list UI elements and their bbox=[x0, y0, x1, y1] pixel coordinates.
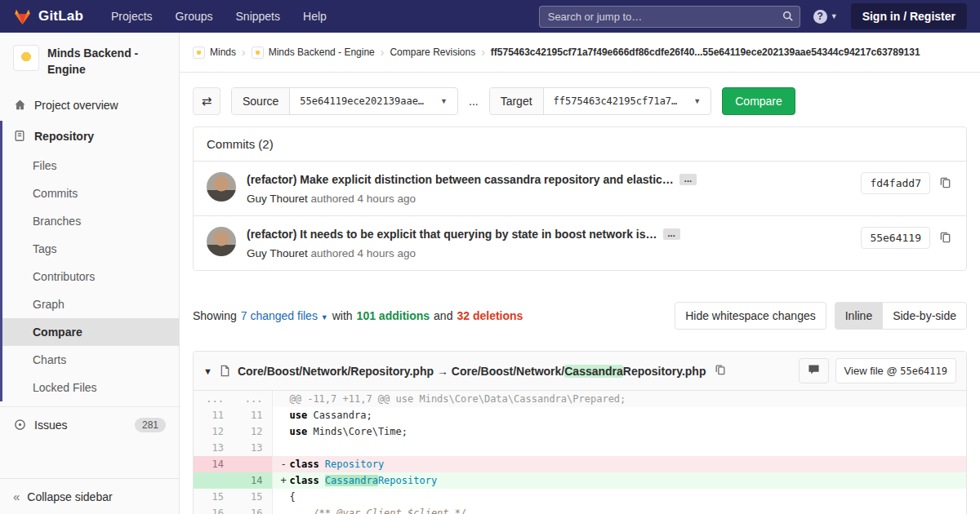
hide-whitespace-button[interactable]: Hide whitespace changes bbox=[675, 302, 826, 330]
collapse-diff-icon[interactable]: ▼ bbox=[203, 366, 212, 376]
group-avatar bbox=[193, 47, 205, 59]
author-avatar[interactable] bbox=[207, 172, 236, 202]
file-icon bbox=[220, 365, 230, 377]
sidebar-item-contributors[interactable]: Contributors bbox=[2, 263, 179, 290]
nav-item-snippets[interactable]: Snippets bbox=[236, 10, 280, 23]
diff-sign bbox=[279, 423, 290, 440]
sidebar-item-files[interactable]: Files bbox=[2, 152, 179, 179]
repository-icon bbox=[13, 130, 26, 142]
issues-count-badge: 281 bbox=[135, 418, 166, 432]
collapse-sidebar-button[interactable]: « Collapse sidebar bbox=[0, 478, 179, 514]
breadcrumb-section-link[interactable]: Compare Revisions bbox=[390, 47, 475, 58]
source-label: Source bbox=[232, 88, 290, 114]
help-icon: ? bbox=[813, 10, 827, 24]
code-token: Repository bbox=[325, 459, 384, 470]
new-file-path-highlight: Cassandra bbox=[564, 365, 623, 378]
diff-line: ......@@ -11,7 +11,7 @@ use Minds\Core\D… bbox=[194, 391, 966, 407]
code-token: use bbox=[290, 410, 308, 421]
nav-item-groups[interactable]: Groups bbox=[176, 10, 213, 23]
sidebar-item-charts[interactable]: Charts bbox=[2, 346, 179, 374]
diff-view-controls: Hide whitespace changes Inline Side-by-s… bbox=[675, 302, 967, 330]
new-line-number[interactable]: 15 bbox=[233, 489, 272, 505]
old-line-number[interactable]: 15 bbox=[194, 489, 233, 505]
commit-author-link[interactable]: Guy Thouret bbox=[247, 193, 308, 205]
sidebar-item-project-overview[interactable]: Project overview bbox=[0, 90, 179, 121]
breadcrumb-group-link[interactable]: Minds bbox=[193, 47, 236, 59]
old-line-number[interactable]: 12 bbox=[194, 423, 233, 440]
commit-sha-link[interactable]: 55e64119 bbox=[861, 227, 930, 249]
diff-sign bbox=[279, 407, 290, 423]
diff-line: 1616 /** @var Client $client */ bbox=[194, 505, 966, 514]
deletions-count: 32 deletions bbox=[457, 309, 523, 322]
commit-sha-link[interactable]: fd4fadd7 bbox=[861, 172, 930, 194]
diff-sign bbox=[279, 440, 290, 456]
diff-sign bbox=[279, 489, 290, 505]
sidebar-item-issues[interactable]: Issues 281 bbox=[0, 409, 179, 441]
diff-sign: + bbox=[279, 472, 290, 489]
nav-item-help[interactable]: Help bbox=[303, 10, 327, 23]
new-file-path-suffix: Repository.php bbox=[623, 365, 706, 378]
copy-sha-button[interactable] bbox=[938, 229, 953, 247]
sidebar-item-tags[interactable]: Tags bbox=[2, 235, 179, 263]
search-input[interactable] bbox=[539, 6, 800, 28]
commit-message-expand-button[interactable]: ... bbox=[679, 174, 697, 185]
old-line-number[interactable]: 14 bbox=[194, 456, 233, 472]
inline-view-button[interactable]: Inline bbox=[835, 302, 883, 330]
diff-table: ......@@ -11,7 +11,7 @@ use Minds\Core\D… bbox=[194, 391, 966, 514]
chevron-down-icon: ▼ bbox=[831, 12, 838, 20]
new-line-number[interactable]: 16 bbox=[233, 505, 272, 514]
sidebar-item-compare[interactable]: Compare bbox=[2, 318, 179, 346]
commits-panel: Commits (2) (refactor) Make explicit dis… bbox=[193, 126, 967, 271]
commit-title-link[interactable]: (refactor) Make explicit distinction bet… bbox=[247, 173, 674, 186]
diff-file-actions: View file @ 55e64119 bbox=[799, 358, 956, 383]
sidebar-item-graph[interactable]: Graph bbox=[2, 290, 179, 318]
old-line-number[interactable] bbox=[194, 472, 233, 489]
showing-label: Showing bbox=[193, 309, 237, 322]
side-by-side-view-button[interactable]: Side-by-side bbox=[882, 302, 967, 330]
copy-sha-button[interactable] bbox=[938, 175, 953, 193]
source-ref-group: Source 55e64119ece202139aae… ▼ bbox=[231, 87, 458, 115]
search-icon[interactable] bbox=[782, 11, 794, 24]
copy-file-path-button[interactable] bbox=[713, 362, 728, 379]
sidebar-item-repository[interactable]: Repository bbox=[2, 121, 179, 152]
project-avatar-small bbox=[252, 47, 264, 59]
old-line-number[interactable]: 11 bbox=[194, 407, 233, 423]
old-line-number[interactable]: 16 bbox=[194, 505, 233, 514]
nav-item-projects[interactable]: Projects bbox=[111, 10, 153, 23]
swap-revisions-button[interactable]: ⇄ bbox=[193, 87, 220, 115]
sidebar-item-locked-files[interactable]: Locked Files bbox=[2, 374, 179, 401]
view-file-button[interactable]: View file @ 55e64119 bbox=[835, 358, 956, 383]
breadcrumb-project-link[interactable]: Minds Backend - Engine bbox=[252, 47, 375, 59]
old-line-number[interactable]: 13 bbox=[194, 440, 233, 456]
new-line-number[interactable]: 14 bbox=[233, 472, 272, 489]
project-context-header[interactable]: Minds Backend - Engine bbox=[0, 33, 179, 90]
new-line-number[interactable]: 12 bbox=[233, 423, 272, 440]
source-ref-dropdown[interactable]: 55e64119ece202139aae… ▼ bbox=[290, 88, 457, 114]
new-line-number[interactable]: 13 bbox=[233, 440, 272, 456]
sign-in-button[interactable]: Sign in / Register bbox=[851, 3, 967, 29]
line-content bbox=[272, 440, 966, 456]
page-content: ⇄ Source 55e64119ece202139aae… ▼ ... Tar… bbox=[180, 73, 980, 514]
commit-title-link[interactable]: (refactor) It needs to be explicit that … bbox=[247, 228, 657, 241]
range-dots: ... bbox=[469, 95, 479, 108]
author-avatar[interactable] bbox=[207, 227, 236, 256]
compare-button[interactable]: Compare bbox=[722, 87, 795, 115]
sidebar-item-branches[interactable]: Branches bbox=[2, 207, 179, 235]
new-line-number[interactable]: ... bbox=[233, 391, 272, 407]
commit-author-link[interactable]: Guy Thouret bbox=[247, 247, 308, 259]
toggle-comments-button[interactable] bbox=[799, 358, 829, 383]
commit-authored-time: authored 4 hours ago bbox=[311, 247, 416, 259]
sidebar-item-commits[interactable]: Commits bbox=[2, 179, 179, 207]
copy-icon bbox=[715, 364, 726, 378]
help-menu[interactable]: ? ▼ bbox=[813, 10, 838, 24]
commit-info: (refactor) Make explicit distinction bet… bbox=[247, 172, 697, 205]
new-line-number[interactable] bbox=[233, 456, 272, 472]
changed-files-dropdown[interactable]: 7 changed files ▼ bbox=[241, 309, 328, 322]
target-ref-dropdown[interactable]: ff575463c42195cf71a7… ▼ bbox=[544, 88, 711, 114]
diff-view-toggle: Inline Side-by-side bbox=[835, 302, 967, 330]
old-line-number[interactable]: ... bbox=[194, 391, 233, 407]
diff-file-path-link[interactable]: Core/Boost/Network/Repository.php → Core… bbox=[238, 365, 706, 378]
gitlab-home-link[interactable]: GitLab bbox=[13, 7, 83, 26]
commit-message-expand-button[interactable]: ... bbox=[663, 228, 680, 240]
new-line-number[interactable]: 11 bbox=[233, 407, 272, 423]
